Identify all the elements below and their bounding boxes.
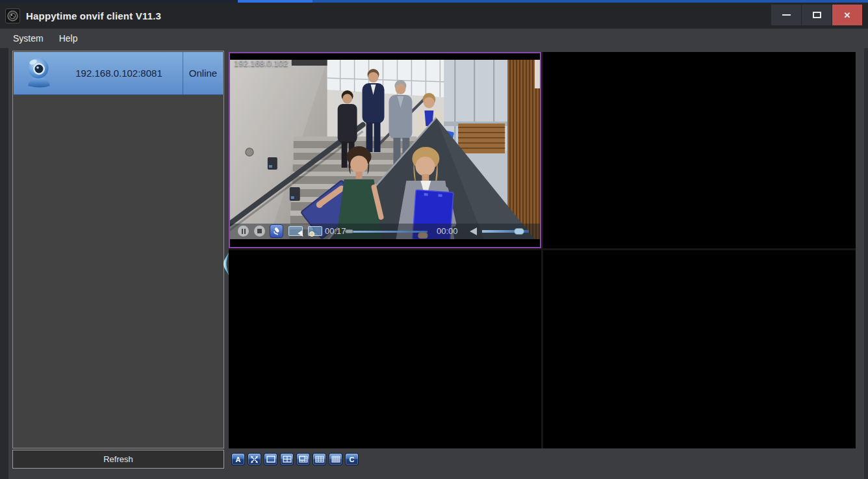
layout-9-icon: [315, 456, 324, 463]
device-address: 192.168.0.102:8081: [55, 68, 183, 79]
window-frame-left: [0, 48, 8, 479]
device-row[interactable]: 192.168.0.102:8081 Online: [14, 52, 223, 95]
menubar: System Help: [0, 29, 868, 48]
video-cell-1-selected[interactable]: 192.168.0.102: [229, 52, 541, 248]
pause-button[interactable]: [238, 226, 249, 237]
cursor-icon: [298, 231, 305, 239]
talk-button[interactable]: [270, 224, 283, 238]
layout-6-icon: [299, 456, 308, 463]
maximize-button[interactable]: [802, 5, 832, 25]
minimize-button[interactable]: [771, 5, 801, 25]
layout-4-icon: [283, 456, 292, 463]
camera-ip-label: 192.168.0.102: [234, 58, 288, 68]
maximize-icon: [813, 12, 821, 18]
layout-toolbar: A: [231, 453, 359, 465]
snapshot-button[interactable]: [308, 226, 322, 236]
fullscreen-button[interactable]: [248, 453, 261, 465]
seek-slider[interactable]: [351, 231, 428, 233]
microphone-icon: [272, 227, 281, 235]
video-cell-2[interactable]: [543, 52, 856, 248]
window-frame-right: [864, 48, 868, 479]
stop-icon: [257, 229, 262, 233]
auto-layout-button[interactable]: A: [231, 453, 245, 465]
layout-9-button[interactable]: [313, 453, 326, 465]
window-title: Happytime onvif client V11.3: [26, 10, 161, 21]
speaker-icon[interactable]: [470, 227, 477, 235]
custom-layout-button[interactable]: C: [345, 453, 359, 465]
close-button[interactable]: ✕: [832, 5, 862, 25]
device-list-panel: 192.168.0.102:8081 Online: [12, 51, 224, 448]
seek-handle[interactable]: [345, 229, 353, 233]
layout-4-button[interactable]: [280, 453, 294, 465]
layout-6-button[interactable]: [296, 453, 310, 465]
layout-1-icon: [266, 456, 275, 463]
snapshot-icon: [309, 231, 314, 237]
pause-icon: [242, 229, 246, 234]
stop-button[interactable]: [254, 226, 265, 237]
menu-help[interactable]: Help: [51, 30, 86, 47]
video-scene: [230, 60, 540, 239]
titlebar: Happytime onvif client V11.3 ✕: [0, 3, 868, 29]
volume-handle[interactable]: [514, 228, 524, 235]
elapsed-time: 00:17: [325, 226, 346, 236]
layout-16-icon: [331, 456, 340, 463]
video-frame: [230, 60, 540, 239]
app-camera-icon[interactable]: [5, 8, 20, 23]
audio-time: 00:00: [437, 226, 458, 236]
window-controls: ✕: [771, 5, 862, 25]
video-grid: 192.168.0.102: [229, 52, 856, 448]
device-status-badge: Online: [183, 52, 223, 94]
layout-1-button[interactable]: [264, 453, 277, 465]
minimize-icon: [782, 14, 791, 16]
app-window: Happytime onvif client V11.3 ✕ System He…: [0, 0, 868, 479]
expand-arrows-icon: [250, 456, 259, 463]
video-cell-4[interactable]: [543, 250, 856, 448]
video-cell-3[interactable]: [229, 250, 541, 448]
layout-16-button[interactable]: [329, 453, 342, 465]
refresh-button[interactable]: Refresh: [12, 450, 224, 469]
menu-system[interactable]: System: [5, 30, 51, 47]
player-control-bar: 00:17 00:00: [230, 224, 540, 239]
webcam-icon: [21, 55, 55, 92]
remote-control-button[interactable]: [288, 226, 303, 236]
